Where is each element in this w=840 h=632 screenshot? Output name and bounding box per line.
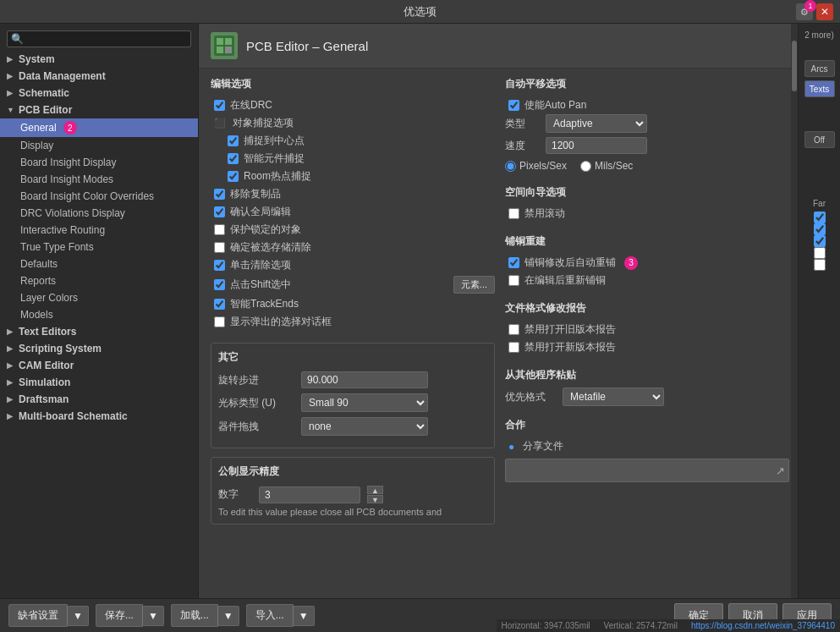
sidebar-item-drc-violations-display[interactable]: DRC Violations Display [0, 205, 198, 222]
rotation-step-input[interactable] [301, 371, 428, 388]
smart-snap-checkbox[interactable] [228, 153, 239, 164]
editing-options-title: 编辑选项 [211, 77, 495, 91]
speed-input[interactable] [546, 137, 647, 154]
confirm-global-checkbox[interactable] [214, 206, 225, 217]
sidebar-label: Simulation [19, 376, 70, 388]
share-file-row: ● 分享文件 [505, 437, 789, 455]
enable-auto-pan-label: 使能Auto Pan [524, 98, 586, 113]
shift-select-checkbox[interactable] [214, 279, 225, 290]
sidebar-item-cam-editor[interactable]: ▶ CAM Editor [0, 357, 198, 374]
sidebar-item-board-insight-display[interactable]: Board Insight Display [0, 154, 198, 171]
save-split[interactable]: ▼ [142, 606, 164, 626]
element-button[interactable]: 元素... [453, 276, 495, 294]
rebuild-after-checkbox[interactable] [508, 275, 519, 286]
auto-pan-type-row: 类型 Adaptive Fixed Size Jump Ballistic [505, 114, 789, 133]
sidebar-item-interactive-routing[interactable]: Interactive Routing [0, 222, 198, 239]
panel-title: PCB Editor – General [246, 39, 368, 53]
sidebar-item-models[interactable]: Models [0, 306, 198, 323]
share-action-button[interactable]: ↗ [776, 464, 785, 477]
load-split[interactable]: ▼ [217, 606, 239, 626]
close-button[interactable]: ✕ [816, 3, 833, 20]
sidebar-item-board-insight-modes[interactable]: Board Insight Modes [0, 171, 198, 188]
preferred-format-select[interactable]: Metafile Text Bitmap [563, 387, 664, 406]
auto-pan-type-select[interactable]: Adaptive Fixed Size Jump Ballistic [546, 114, 647, 133]
confirm-global-row: 确认全局编辑 [211, 203, 495, 221]
digit-up-button[interactable]: ▲ [367, 486, 383, 494]
show-popup-checkbox[interactable] [214, 316, 225, 327]
show-popup-label: 显示弹出的选择对话框 [230, 315, 332, 329]
smart-track-ends-checkbox[interactable] [214, 299, 225, 310]
digit-down-button[interactable]: ▼ [367, 495, 383, 503]
cursor-type-select[interactable]: Small 90 Large 90 Small 45 Large 45 [301, 393, 428, 412]
default-settings-group: 缺省设置 ▼ [8, 604, 89, 627]
load-button[interactable]: 加载... [171, 604, 218, 627]
disable-scroll-label: 禁用滚动 [524, 206, 565, 221]
disable-old-checkbox[interactable] [508, 324, 519, 335]
scroll-thumb [792, 41, 797, 91]
sidebar-item-data-management[interactable]: ▶ Data Management [0, 68, 198, 85]
import-button[interactable]: 导入... [246, 604, 294, 627]
confirm-clear-label: 确定被选存储清除 [230, 240, 311, 255]
float-cb-4[interactable] [814, 247, 826, 259]
type-label: 类型 [505, 117, 539, 131]
off-button[interactable]: Off [804, 131, 835, 148]
sidebar-item-text-editors[interactable]: ▶ Text Editors [0, 323, 198, 340]
room-snap-checkbox[interactable] [228, 171, 239, 182]
sidebar-item-defaults[interactable]: Defaults [0, 256, 198, 272]
float-cb-5[interactable] [814, 259, 826, 271]
search-box[interactable]: 🔍 [7, 30, 191, 47]
sidebar-label: Multi-board Schematic [19, 410, 128, 422]
sidebar-item-general[interactable]: General 2 [0, 118, 198, 137]
disable-old-row: 禁用打开旧版本报告 [505, 321, 789, 338]
arrow-icon: ▶ [7, 395, 15, 404]
sidebar-item-simulation[interactable]: ▶ Simulation [0, 374, 198, 391]
float-cb-1[interactable] [814, 212, 826, 223]
sidebar-item-scripting-system[interactable]: ▶ Scripting System [0, 340, 198, 357]
confirm-clear-checkbox[interactable] [214, 242, 225, 253]
enable-auto-pan-row: 使能Auto Pan [505, 96, 789, 114]
sidebar-item-schematic[interactable]: ▶ Schematic [0, 85, 198, 102]
sidebar-item-reports[interactable]: Reports [0, 272, 198, 289]
sidebar-item-pcb-editor[interactable]: ▼ PCB Editor [0, 102, 198, 118]
search-input[interactable] [27, 33, 187, 45]
right-panel: PCB Editor – General 编辑选项 在线DRC [199, 24, 840, 598]
online-drc-checkbox[interactable] [214, 100, 225, 111]
default-settings-button[interactable]: 缺省设置 [8, 604, 68, 627]
shift-select-label: 点击Shift选中 [230, 278, 291, 292]
default-settings-split[interactable]: ▼ [67, 606, 89, 626]
arcs-button[interactable]: Arcs [804, 60, 835, 77]
digit-input[interactable] [259, 486, 360, 503]
collaboration-title: 合作 [505, 418, 789, 432]
sidebar-item-system[interactable]: ▶ System [0, 51, 198, 68]
component-drag-select[interactable]: none Connected Tracks Move [301, 417, 428, 436]
smart-track-ends-row: 智能TrackEnds [211, 295, 495, 313]
sidebar-item-layer-colors[interactable]: Layer Colors [0, 289, 198, 306]
left-panel: 🔍 ▶ System ▶ Data Management ▶ Schematic… [0, 24, 199, 598]
disable-old-label: 禁用打开旧版本报告 [524, 322, 616, 337]
sidebar-label: Board Insight Color Overrides [20, 190, 154, 202]
scroll-indicator[interactable] [791, 24, 798, 598]
float-cb-3[interactable] [814, 235, 826, 247]
import-split[interactable]: ▼ [293, 606, 315, 626]
float-cb-2[interactable] [814, 223, 826, 235]
pixels-sex-option[interactable]: Pixels/Sex [505, 160, 567, 172]
rebuild-after-label: 在编辑后重新铺铜 [524, 273, 606, 288]
sidebar-item-display[interactable]: Display [0, 137, 198, 154]
auto-rebuild-checkbox[interactable] [508, 257, 519, 268]
item-badge: 2 [63, 121, 77, 135]
enable-auto-pan-checkbox[interactable] [508, 100, 519, 111]
protect-locked-checkbox[interactable] [214, 224, 225, 235]
sidebar-item-true-type-fonts[interactable]: True Type Fonts [0, 239, 198, 256]
snap-center-checkbox[interactable] [228, 135, 239, 146]
sidebar-item-draftsman[interactable]: ▶ Draftsman [0, 391, 198, 408]
remove-dup-checkbox[interactable] [214, 189, 225, 200]
disable-scroll-checkbox[interactable] [508, 208, 519, 219]
sidebar-item-board-insight-color-overrides[interactable]: Board Insight Color Overrides [0, 188, 198, 205]
save-button[interactable]: 保存... [96, 604, 143, 627]
sidebar-item-multi-board-schematic[interactable]: ▶ Multi-board Schematic [0, 408, 198, 425]
single-click-checkbox[interactable] [214, 260, 225, 271]
texts-button[interactable]: Texts [804, 80, 835, 97]
mils-sec-option[interactable]: Mils/Sec [580, 160, 633, 172]
routing-options-title: 空间向导选项 [505, 185, 789, 200]
disable-new-checkbox[interactable] [508, 342, 519, 353]
